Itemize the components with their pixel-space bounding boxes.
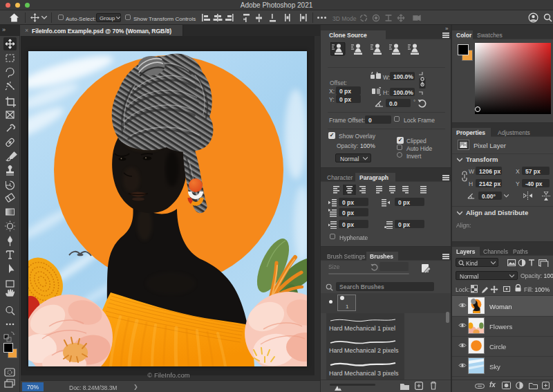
svg-text:Hard Mechanical 1 pixel: Hard Mechanical 1 pixel — [329, 325, 395, 332]
svg-text:Hard Mechanical 3 pixels: Hard Mechanical 3 pixels — [329, 370, 399, 377]
svg-text:Hard Mechanical 2 pixels: Hard Mechanical 2 pixels — [329, 347, 399, 354]
